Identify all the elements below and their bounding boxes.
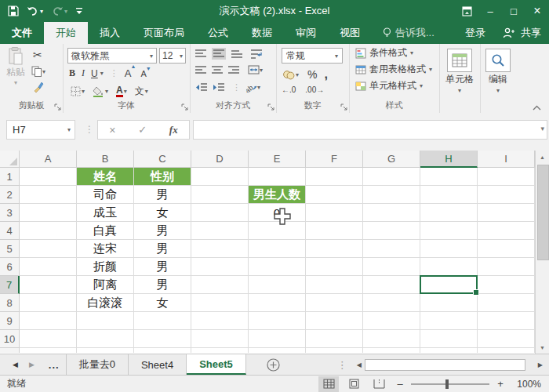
tell-me-box[interactable]: 告诉我... — [372, 22, 434, 44]
column-header-E[interactable]: E — [249, 151, 306, 168]
alignment-dialog-launcher-icon[interactable] — [267, 103, 274, 111]
cell-E6[interactable] — [249, 258, 306, 276]
borders-button[interactable]: ▾ — [69, 85, 86, 97]
zoom-out-button[interactable]: – — [394, 378, 406, 390]
editing-button[interactable]: 编辑 ▾ — [485, 49, 511, 94]
zoom-level[interactable]: 100% — [511, 379, 541, 390]
cell-B11[interactable] — [77, 348, 134, 353]
font-dialog-launcher-icon[interactable] — [181, 103, 188, 111]
cell-B6[interactable]: 折颜 — [77, 258, 134, 276]
cell-B7[interactable]: 阿离 — [77, 276, 134, 294]
cell-A11[interactable] — [20, 348, 77, 353]
clipboard-dialog-launcher-icon[interactable] — [54, 103, 61, 111]
cell-B5[interactable]: 连宋 — [77, 240, 134, 258]
sheet-tab-批量去0[interactable]: 批量去0 — [66, 354, 129, 375]
cell-H3[interactable] — [420, 204, 478, 222]
paste-button[interactable]: 粘贴 ▾ — [6, 47, 25, 86]
select-all-button[interactable] — [0, 151, 20, 168]
prev-sheet-icon[interactable]: ◀ — [13, 361, 18, 368]
cell-C5[interactable]: 男 — [134, 240, 191, 258]
orientation-icon[interactable]: ab▾ — [246, 82, 260, 93]
row-header-5[interactable]: 5 — [0, 240, 20, 258]
cell-D10[interactable] — [191, 330, 249, 348]
cell-F4[interactable] — [306, 222, 363, 240]
cell-A1[interactable] — [20, 168, 77, 186]
cell-H4[interactable] — [420, 222, 478, 240]
cell-H8[interactable] — [420, 294, 478, 312]
cell-C1[interactable]: 性别 — [134, 168, 191, 186]
scroll-down-icon[interactable]: ▼ — [536, 341, 549, 354]
maximize-button[interactable]: □ — [502, 0, 525, 22]
cell-F2[interactable] — [306, 186, 363, 204]
cell-E1[interactable] — [249, 168, 306, 186]
column-header-F[interactable]: F — [306, 151, 363, 168]
decrease-decimal-button[interactable]: .00→ — [305, 85, 324, 94]
page-break-view-icon[interactable] — [369, 376, 389, 392]
cell-E8[interactable] — [249, 294, 306, 312]
sign-in-button[interactable]: 登录 — [465, 26, 485, 40]
cell-H11[interactable] — [420, 348, 478, 353]
collapse-ribbon-icon[interactable] — [533, 105, 541, 111]
cell-F7[interactable] — [306, 276, 363, 294]
row-header-10[interactable]: 10 — [0, 330, 20, 348]
font-color-button[interactable]: A ▾ — [115, 85, 129, 98]
copy-button[interactable]: ▾ — [31, 66, 45, 77]
vertical-scrollbar[interactable]: ▲ ▼ — [535, 151, 549, 354]
name-box[interactable]: H7 ▾ — [6, 120, 75, 140]
cell-E3[interactable]: 0 — [249, 204, 306, 222]
cell-F11[interactable] — [306, 348, 363, 353]
share-button[interactable]: 共享 — [521, 26, 541, 40]
cell-F8[interactable] — [306, 294, 363, 312]
cell-F5[interactable] — [306, 240, 363, 258]
customize-quick-access-button[interactable] — [75, 7, 83, 15]
ribbon-tab-1[interactable]: 开始 — [44, 22, 88, 44]
ribbon-tab-3[interactable]: 页面布局 — [132, 22, 196, 44]
sheet-tab-Sheet4[interactable]: Sheet4 — [129, 354, 187, 375]
merge-center-icon[interactable]: ▾ — [248, 65, 263, 74]
cell-A10[interactable] — [20, 330, 77, 348]
row-header-8[interactable]: 8 — [0, 294, 20, 312]
cell-I3[interactable] — [478, 204, 535, 222]
cell-A8[interactable] — [20, 294, 77, 312]
increase-decimal-button[interactable]: ←.0 — [282, 85, 296, 94]
column-header-C[interactable]: C — [134, 151, 191, 168]
cell-G11[interactable] — [363, 348, 420, 353]
row-header-2[interactable]: 2 — [0, 186, 20, 204]
cell-I5[interactable] — [478, 240, 535, 258]
cell-F10[interactable] — [306, 330, 363, 348]
ribbon-tab-4[interactable]: 公式 — [196, 22, 240, 44]
formula-bar-expand-icon[interactable]: ▾ — [540, 125, 544, 132]
cell-G3[interactable] — [363, 204, 420, 222]
next-sheet-icon[interactable]: ▶ — [29, 361, 35, 368]
column-header-H[interactable]: H — [420, 151, 478, 168]
cell-D8[interactable] — [191, 294, 249, 312]
align-bottom-icon[interactable] — [231, 49, 242, 58]
normal-view-icon[interactable] — [318, 376, 339, 392]
close-button[interactable]: × — [525, 0, 549, 22]
cell-D5[interactable] — [191, 240, 249, 258]
cell-I1[interactable] — [478, 168, 535, 186]
align-top-icon[interactable] — [195, 49, 206, 58]
cell-D4[interactable] — [191, 222, 249, 240]
font-size-dropdown[interactable]: 12 ▾ — [159, 48, 186, 64]
cell-G1[interactable] — [363, 168, 420, 186]
cell-E11[interactable] — [249, 348, 306, 353]
column-header-G[interactable]: G — [363, 151, 420, 168]
minimize-button[interactable]: – — [478, 0, 502, 22]
zoom-slider[interactable] — [411, 376, 489, 392]
decrease-indent-icon[interactable] — [195, 83, 207, 92]
percent-style-button[interactable]: % — [307, 68, 317, 81]
cell-C9[interactable] — [134, 312, 191, 330]
underline-caret-icon[interactable]: ▾ — [100, 70, 104, 77]
cancel-button[interactable]: × — [109, 124, 115, 136]
cell-G10[interactable] — [363, 330, 420, 348]
row-header-4[interactable]: 4 — [0, 222, 20, 240]
cell-H1[interactable] — [420, 168, 478, 186]
cell-E4[interactable] — [249, 222, 306, 240]
tab-file[interactable]: 文件 — [0, 22, 44, 44]
hscroll-left-icon[interactable]: ◀ — [354, 354, 365, 375]
cell-C10[interactable] — [134, 330, 191, 348]
font-family-dropdown[interactable]: 微软雅黑 ▾ — [67, 48, 157, 64]
cell-A4[interactable] — [20, 222, 77, 240]
insert-function-button[interactable]: fx — [169, 124, 178, 136]
